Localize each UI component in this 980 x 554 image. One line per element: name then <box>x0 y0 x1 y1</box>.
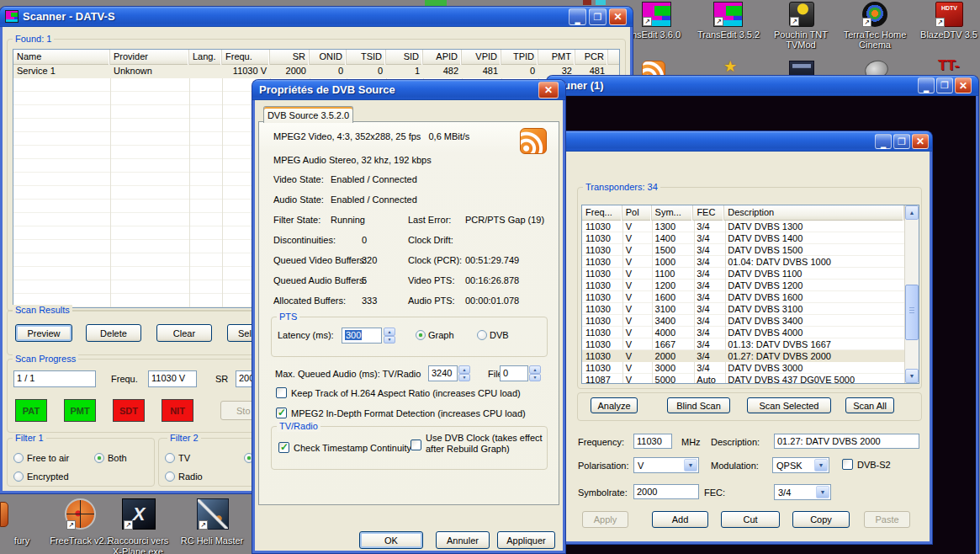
table-row[interactable]: 11030V13003/4DATV DVBS 1300 <box>582 221 904 232</box>
desktop-icon-rcheli[interactable]: RC Heli Master <box>162 497 262 552</box>
max-queued-audio-stepper[interactable] <box>458 365 470 381</box>
cancel-button[interactable]: Annuler <box>436 531 490 549</box>
column-header[interactable]: PMT <box>538 50 575 65</box>
table-row[interactable]: 11030V16673/401.13: DATV DVBS 1667 <box>582 338 904 350</box>
column-header[interactable]: Sym... <box>652 205 694 221</box>
table-row[interactable]: 11030V16003/4DATV DVBS 1600 <box>582 291 904 303</box>
graph-radio[interactable] <box>416 330 426 340</box>
desktop-icon-label[interactable]: RC Heli Master <box>162 535 262 546</box>
polarisation-dropdown[interactable]: V <box>633 457 699 473</box>
column-header[interactable]: Description <box>724 205 904 221</box>
preview-button[interactable]: Preview <box>15 324 72 342</box>
column-header[interactable]: Lang. <box>189 50 222 65</box>
column-header[interactable]: SID <box>386 50 423 65</box>
column-header[interactable]: ONID <box>310 50 347 65</box>
column-header[interactable]: PCR <box>575 50 608 65</box>
modulation-dropdown[interactable]: QPSK <box>772 457 829 473</box>
close-button[interactable] <box>538 82 559 99</box>
column-header[interactable]: Frequ. <box>222 50 270 65</box>
column-header[interactable]: Provider <box>110 50 189 65</box>
editor-titlebar[interactable] <box>554 131 932 152</box>
column-header[interactable]: SR <box>270 50 310 65</box>
scanner-titlebar[interactable]: Scanner - DATV-S <box>0 7 633 27</box>
frequency-field[interactable]: 11030 <box>633 434 672 449</box>
delete-button[interactable]: Delete <box>86 324 141 342</box>
column-header[interactable]: TSID <box>347 50 386 65</box>
scroll-down-icon[interactable] <box>905 369 919 383</box>
encrypted-label[interactable]: Encrypted <box>27 471 69 482</box>
scan-selected-button[interactable]: Scan Selected <box>747 397 831 413</box>
ok-button[interactable]: OK <box>359 531 423 549</box>
dvbs2-checkbox[interactable] <box>842 459 853 470</box>
file-field[interactable]: 0 <box>500 365 528 381</box>
scroll-up-icon[interactable] <box>905 205 919 220</box>
cut-button[interactable]: Cut <box>721 511 780 528</box>
apply-button[interactable]: Apply <box>582 511 628 528</box>
radio-radio[interactable] <box>165 471 175 482</box>
column-header[interactable]: Pol <box>622 205 652 221</box>
blind-scan-button[interactable]: Blind Scan <box>667 397 730 413</box>
h264-aspect-checkbox[interactable] <box>276 387 287 398</box>
free-to-air-label[interactable]: Free to air <box>27 453 69 463</box>
graph-label[interactable]: Graph <box>428 330 454 340</box>
desktop-icon-label[interactable]: BlazeDTV 3.5 <box>903 29 980 40</box>
table-row[interactable]: 11030V31003/4DATV DVBS 3100 <box>582 303 904 315</box>
description-field[interactable]: 01.27: DATV DVBS 2000 <box>774 434 919 449</box>
minimize-button[interactable] <box>875 134 892 149</box>
timestamp-continuity-checkbox[interactable] <box>278 442 289 453</box>
dvb-label[interactable]: DVB <box>490 330 509 340</box>
vertical-scrollbar[interactable] <box>904 205 919 383</box>
close-button[interactable] <box>955 77 972 93</box>
table-row[interactable]: 11030V10003/401.04: DATV DVBS 1000 <box>582 256 904 268</box>
use-dvb-clock-checkbox[interactable] <box>411 439 421 450</box>
scrollbar-thumb[interactable] <box>905 285 919 340</box>
table-row[interactable]: 11087V5000AutoDATV DVBS 437 DG0VE 5000 <box>582 374 904 384</box>
latency-stepper[interactable] <box>384 328 395 344</box>
table-row[interactable]: 11030V40003/4DATV DVBS 4000 <box>582 327 904 338</box>
maximize-button[interactable] <box>893 134 910 149</box>
encrypted-radio[interactable] <box>13 471 24 482</box>
mpeg2-indepth-checkbox[interactable] <box>276 408 287 418</box>
table-row[interactable]: 11030V30003/4DATV DVBS 3000 <box>582 362 904 374</box>
column-header[interactable]: Name <box>13 50 110 65</box>
column-header[interactable]: Freq... <box>582 205 622 221</box>
chevron-down-icon[interactable] <box>684 459 697 471</box>
table-row[interactable]: 11030V15003/4DATV DVBS 1500 <box>582 244 904 256</box>
desktop-icon-blazedtv[interactable]: HDTV BlazeDTV 3.5 <box>903 0 980 51</box>
timestamp-continuity-label[interactable]: Check Timestamp Continuity <box>294 443 411 453</box>
column-header[interactable]: APID <box>423 50 462 65</box>
technotrend-icon[interactable]: TT- <box>938 57 960 74</box>
free-to-air-radio[interactable] <box>13 453 24 463</box>
column-header[interactable]: TPID <box>501 50 538 65</box>
use-dvb-clock-label-2[interactable]: after Rebuild Graph) <box>426 444 510 454</box>
max-queued-audio-field[interactable]: 3240 <box>428 365 458 381</box>
tab-dvb-source[interactable]: DVB Source 3.5.2.0 <box>263 106 353 123</box>
file-stepper[interactable] <box>529 365 541 381</box>
paste-button[interactable]: Paste <box>864 511 910 528</box>
mpeg2-indepth-label[interactable]: MPEG2 In-Depth Format Detection (increas… <box>291 408 526 418</box>
progress-field[interactable]: 1 / 1 <box>13 370 96 387</box>
minimize-button[interactable] <box>918 77 935 93</box>
dvb-radio[interactable] <box>477 330 487 340</box>
maximize-button[interactable] <box>936 77 953 93</box>
tv-label[interactable]: TV <box>178 453 190 463</box>
analyze-button[interactable]: Analyze <box>591 397 638 413</box>
h264-aspect-label[interactable]: Keep Track of H.264 Aspect Ratio (increa… <box>291 388 521 398</box>
latency-field[interactable]: 300 <box>342 328 382 344</box>
apply-button[interactable]: Appliquer <box>497 531 555 549</box>
tuner-titlebar[interactable]: Tuner (1) <box>547 76 978 96</box>
dialog-titlebar[interactable]: Propriétés de DVB Source <box>252 80 565 100</box>
dvbs2-label[interactable]: DVB-S2 <box>857 460 891 470</box>
both-radio[interactable] <box>94 453 104 463</box>
table-row[interactable]: 11030V11003/4DATV DVBS 1100 <box>582 268 904 280</box>
scan-all-button[interactable]: Scan All <box>845 397 894 413</box>
clear-button[interactable]: Clear <box>156 324 212 342</box>
copy-button[interactable]: Copy <box>792 511 850 528</box>
table-row[interactable]: Service 1Unknown11030 V20000014824810324… <box>13 65 619 78</box>
minimize-button[interactable] <box>569 8 586 25</box>
radio-label[interactable]: Radio <box>178 471 203 482</box>
add-button[interactable]: Add <box>652 511 708 528</box>
column-header[interactable]: FEC <box>693 205 724 221</box>
frequ-field[interactable]: 11030 V <box>148 370 197 387</box>
table-row[interactable]: 11030V34003/4DATV DVBS 3400 <box>582 315 904 327</box>
